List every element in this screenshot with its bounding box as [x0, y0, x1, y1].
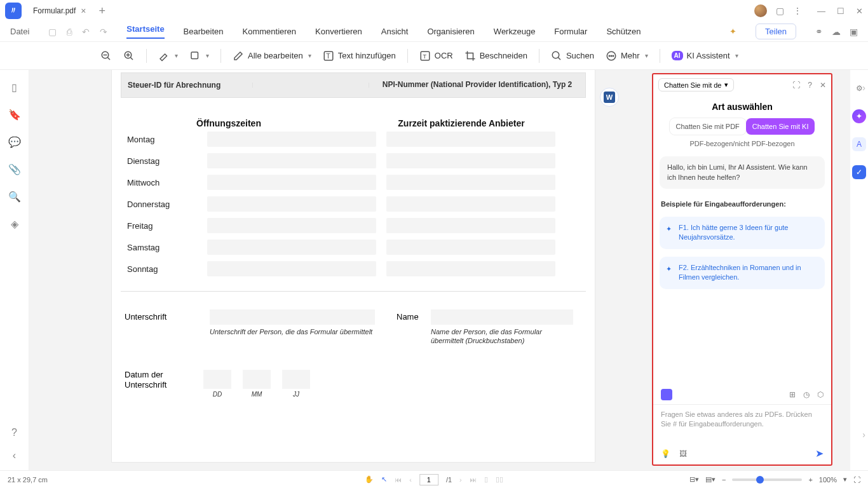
ai-prompt-input[interactable]: Fragen Sie etwas anderes als zu PDFs. Dr…: [653, 404, 831, 442]
menu-werkzeuge[interactable]: Werkzeuge: [494, 27, 536, 36]
window-maximize-icon[interactable]: ☐: [837, 6, 844, 16]
zoom-out-status-icon[interactable]: −: [722, 476, 726, 484]
document-canvas[interactable]: W Steuer-ID für Abrechnung NPI-Nummer (N…: [29, 70, 850, 470]
ai-send-button[interactable]: ➤: [815, 447, 824, 459]
hours-field[interactable]: [207, 240, 376, 255]
shape-button[interactable]: ▾: [189, 50, 209, 62]
menu-ansicht[interactable]: Ansicht: [381, 27, 409, 36]
open-icon[interactable]: ▢: [48, 27, 57, 37]
lightbulb-icon[interactable]: ✦: [729, 27, 736, 36]
scroll-right-icon[interactable]: ›: [862, 83, 865, 93]
layers-icon[interactable]: ◈: [11, 218, 18, 230]
hours-field[interactable]: [207, 218, 376, 233]
save-icon[interactable]: ▣: [850, 27, 858, 37]
ai-prompt-example-2[interactable]: F2. Erzähltechniken in Romanen und in Fi…: [660, 257, 825, 289]
ai-idea-icon[interactable]: 💡: [661, 449, 670, 458]
first-page-icon[interactable]: ⏮: [395, 476, 402, 484]
menu-startseite[interactable]: Startseite: [126, 24, 164, 39]
menu-konvertieren[interactable]: Konvertieren: [315, 27, 362, 36]
ai-add-image-icon[interactable]: ⊞: [789, 390, 796, 399]
page-number-input[interactable]: [419, 474, 438, 485]
signature-field[interactable]: [210, 309, 375, 325]
attachments-icon[interactable]: 📎: [8, 163, 21, 175]
hours-field[interactable]: [207, 153, 376, 168]
undo-icon[interactable]: ↶: [82, 27, 90, 37]
provider-field[interactable]: [386, 261, 555, 276]
scroll-right-bottom-icon[interactable]: ›: [862, 430, 865, 440]
provider-field[interactable]: [386, 153, 555, 168]
hand-tool-icon[interactable]: ✋: [365, 475, 374, 484]
ai-prompt-example-1[interactable]: F1. Ich hätte gerne 3 Ideen für gute Neu…: [660, 217, 825, 249]
ai-settings-icon[interactable]: ⬡: [817, 390, 824, 399]
crop-button[interactable]: Beschneiden: [465, 50, 527, 62]
menu-file[interactable]: Datei: [10, 27, 29, 36]
menu-bearbeiten[interactable]: Bearbeiten: [184, 27, 224, 36]
select-tool-icon[interactable]: ↖: [381, 475, 387, 484]
more-button[interactable]: Mehr▾: [606, 50, 648, 62]
hours-field[interactable]: [207, 175, 376, 190]
ai-attach-image-icon[interactable]: 🖼: [679, 449, 687, 458]
menu-formular[interactable]: Formular: [554, 27, 587, 36]
zoom-in-button[interactable]: [123, 50, 135, 62]
ai-help-icon[interactable]: ?: [808, 81, 812, 90]
fit-width-icon[interactable]: ⊟▾: [689, 475, 699, 484]
hours-field[interactable]: [207, 132, 376, 147]
tax-id-field[interactable]: [252, 83, 369, 88]
fullscreen-icon[interactable]: ⛶: [853, 476, 860, 484]
ai-close-icon[interactable]: ✕: [820, 81, 826, 90]
provider-field[interactable]: [386, 240, 555, 255]
window-close-icon[interactable]: ✕: [856, 6, 863, 16]
ai-tab-pdf[interactable]: Chatten Sie mit PDF: [670, 118, 746, 135]
hours-field[interactable]: [207, 261, 376, 276]
hours-field[interactable]: [207, 196, 376, 212]
search-button[interactable]: Suchen: [551, 50, 594, 62]
thumbnails-icon[interactable]: ▯: [11, 81, 17, 93]
ocr-button[interactable]: TOCR: [419, 50, 453, 62]
add-text-button[interactable]: TText hinzufügen: [323, 50, 396, 62]
user-avatar[interactable]: [754, 4, 767, 17]
export-word-icon[interactable]: W: [600, 88, 619, 107]
share-network-icon[interactable]: ⚭: [815, 27, 823, 37]
window-minimize-icon[interactable]: —: [817, 6, 825, 16]
fit-page-icon[interactable]: ▤▾: [705, 475, 715, 484]
search-panel-icon[interactable]: 🔍: [8, 191, 21, 203]
highlighter-button[interactable]: ▾: [158, 50, 178, 62]
close-tab-icon[interactable]: ×: [81, 6, 86, 16]
zoom-slider[interactable]: [732, 478, 802, 481]
provider-field[interactable]: [386, 196, 555, 212]
document-tab[interactable]: Formular.pdf ×: [27, 1, 93, 20]
edit-all-button[interactable]: Alle bearbeiten▾: [233, 50, 311, 62]
bookmarks-icon[interactable]: 🔖: [8, 109, 21, 121]
provider-field[interactable]: [386, 132, 555, 147]
zoom-in-status-icon[interactable]: +: [808, 476, 812, 484]
ai-expand-icon[interactable]: ⛶: [792, 81, 800, 90]
share-button[interactable]: Teilen: [756, 24, 796, 39]
zoom-out-button[interactable]: [100, 50, 112, 62]
date-jj-field[interactable]: [282, 370, 310, 389]
cloud-upload-icon[interactable]: ☁: [832, 27, 841, 37]
menu-organisieren[interactable]: Organisieren: [427, 27, 474, 36]
next-page-icon[interactable]: ›: [459, 476, 462, 484]
last-page-icon[interactable]: ⏭: [470, 476, 477, 484]
comments-icon[interactable]: 💬: [8, 136, 21, 148]
add-tab-button[interactable]: +: [93, 4, 112, 18]
help-icon[interactable]: ?: [11, 427, 17, 438]
date-mm-field[interactable]: [243, 370, 271, 389]
prev-page-icon[interactable]: ‹: [409, 476, 412, 484]
collapse-left-icon[interactable]: ‹: [13, 450, 16, 461]
name-field[interactable]: [431, 309, 573, 325]
provider-field[interactable]: [386, 175, 555, 190]
ai-mode-dropdown[interactable]: Chatten Sie mit de▾: [658, 78, 734, 92]
provider-field[interactable]: [386, 218, 555, 233]
ai-assistant-button[interactable]: AIKI Assistent▾: [672, 51, 738, 60]
single-page-icon[interactable]: ▯: [484, 475, 488, 484]
menu-kommentieren[interactable]: Kommentieren: [243, 27, 297, 36]
date-dd-field[interactable]: [203, 370, 231, 389]
ai-tab-ki[interactable]: Chatten Sie mit KI: [746, 118, 815, 135]
redo-icon[interactable]: ↷: [100, 27, 107, 37]
print-icon[interactable]: ⎙: [67, 27, 72, 37]
more-icon[interactable]: ⋮: [793, 6, 802, 16]
ai-history-icon[interactable]: ◷: [803, 390, 810, 399]
menu-schuetzen[interactable]: Schützen: [606, 27, 641, 36]
ai-doc-context-icon[interactable]: [661, 389, 672, 400]
